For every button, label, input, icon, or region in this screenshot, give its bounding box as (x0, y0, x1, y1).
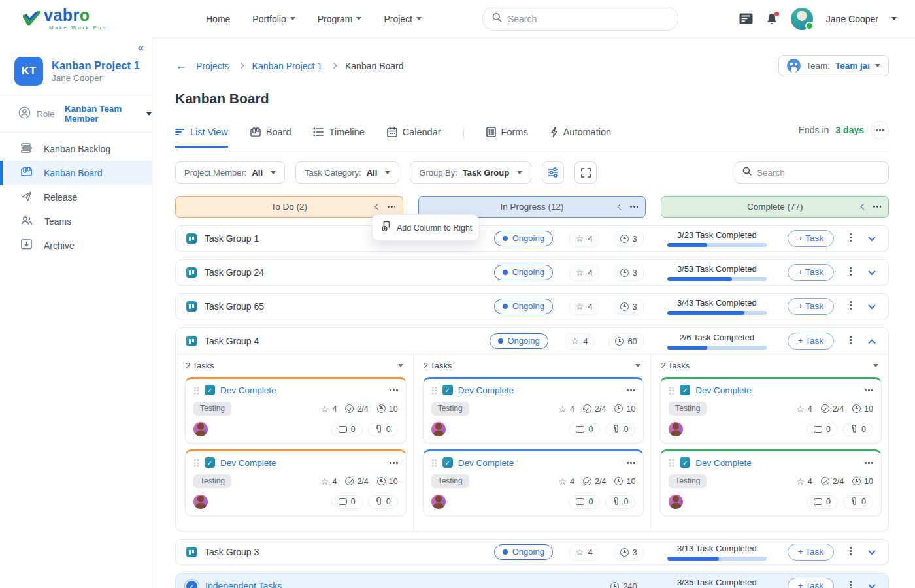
assignee-avatar[interactable] (669, 495, 683, 509)
drag-handle-icon[interactable] (431, 459, 437, 467)
board-search-input[interactable] (757, 168, 881, 178)
comments-pill[interactable]: 0 (569, 423, 600, 436)
tab-board[interactable]: Board (250, 127, 291, 148)
tab-calendar[interactable]: Calendar (387, 127, 441, 148)
sidebar-item-teams[interactable]: Teams (0, 209, 152, 233)
expand-chevron[interactable] (866, 304, 878, 309)
drag-handle-icon[interactable] (431, 386, 437, 395)
assignee-avatar[interactable] (669, 422, 683, 436)
status-badge[interactable]: Ongoing (494, 231, 553, 246)
user-avatar[interactable] (791, 8, 813, 30)
nav-program[interactable]: Program (318, 14, 362, 24)
nav-home[interactable]: Home (206, 14, 230, 24)
row-menu-button[interactable] (850, 267, 852, 278)
brand-logo[interactable]: vabro Make Work Fun (23, 7, 160, 31)
task-card[interactable]: Dev Complete Testing ☆42/410 00 (423, 377, 644, 444)
sidebar-item-kanban-backlog[interactable]: Kanban Backlog (0, 137, 152, 161)
card-menu-icon[interactable] (389, 462, 398, 464)
board-search[interactable] (735, 161, 889, 184)
back-arrow-icon[interactable]: ← (175, 59, 187, 73)
filter-task-category[interactable]: Task Category:All (295, 161, 399, 184)
task-title[interactable]: Dev Complete (220, 385, 276, 395)
task-card[interactable]: Dev Complete Testing ☆42/410 00 (185, 449, 407, 516)
tab-list-view[interactable]: List View (175, 127, 228, 148)
status-badge[interactable]: Ongoing (494, 265, 553, 280)
add-task-button[interactable]: + Task (788, 578, 834, 588)
drag-handle-icon[interactable] (669, 459, 674, 467)
attachments-pill[interactable]: 0 (843, 423, 873, 436)
row-menu-button[interactable] (850, 301, 852, 312)
collapse-chevron[interactable] (866, 338, 878, 344)
row-menu-button[interactable] (850, 580, 852, 588)
tab-automation[interactable]: Automation (550, 127, 611, 148)
assignee-avatar[interactable] (431, 422, 446, 436)
chevron-down-icon[interactable] (635, 364, 640, 367)
chevron-left-icon[interactable] (618, 204, 624, 210)
task-card[interactable]: Dev Complete Testing ☆42/410 00 (185, 377, 407, 444)
task-group-row[interactable]: Task Group 65 Ongoing ☆4 3 3/43 Task Com… (175, 293, 889, 319)
status-badge[interactable]: Ongoing (490, 333, 548, 349)
settings-sliders-button[interactable] (542, 161, 564, 184)
attachments-pill[interactable]: 0 (843, 495, 873, 509)
user-menu-caret[interactable] (891, 17, 897, 20)
independent-tasks-row[interactable]: Independent Tasks ☆ 240 3/35 Task Comple… (175, 573, 889, 588)
add-task-button[interactable]: + Task (788, 333, 834, 350)
assignee-avatar[interactable] (431, 495, 446, 509)
task-card[interactable]: Dev Complete Testing ☆42/410 00 (660, 377, 882, 444)
tab-timeline[interactable]: Timeline (313, 127, 364, 148)
assignee-avatar[interactable] (193, 422, 208, 436)
team-selector[interactable]: Team: Team jai (778, 55, 889, 76)
comments-pill[interactable]: 0 (331, 495, 363, 509)
status-badge[interactable]: Ongoing (494, 544, 553, 560)
sidebar-item-kanban-board[interactable]: Kanban Board (0, 161, 152, 185)
ellipsis-icon[interactable] (387, 206, 395, 208)
status-badge[interactable]: Ongoing (494, 299, 553, 314)
breadcrumb-project[interactable]: Kanban Project 1 (252, 61, 322, 71)
column-header-todo[interactable]: To Do (2) (175, 196, 403, 218)
activity-list-icon[interactable] (739, 13, 753, 24)
card-menu-icon[interactable] (864, 389, 873, 391)
drag-handle-icon[interactable] (669, 386, 674, 395)
attachments-pill[interactable]: 0 (368, 423, 398, 436)
attachments-pill[interactable]: 0 (605, 495, 635, 509)
comments-pill[interactable]: 0 (569, 495, 600, 509)
task-group-row[interactable]: Task Group 3 Ongoing ☆4 3 3/13 Task Comp… (175, 539, 889, 565)
tab-forms[interactable]: Forms (486, 127, 528, 148)
row-menu-button[interactable] (850, 335, 852, 347)
task-title[interactable]: Dev Complete (458, 458, 514, 468)
expand-chevron[interactable] (866, 270, 878, 275)
notifications-bell-icon[interactable] (766, 12, 778, 25)
attachments-pill[interactable]: 0 (368, 495, 398, 509)
expand-chevron[interactable] (866, 236, 878, 241)
expand-chevron[interactable] (866, 549, 878, 555)
task-group-row[interactable]: Task Group 1 Ongoing ☆4 3 3/23 Task Comp… (175, 225, 889, 252)
task-card[interactable]: Dev Complete Testing ☆42/410 00 (660, 449, 882, 516)
global-search-input[interactable] (508, 14, 669, 24)
task-title[interactable]: Dev Complete (695, 385, 752, 395)
chevron-left-icon[interactable] (374, 204, 381, 210)
attachments-pill[interactable]: 0 (605, 423, 635, 436)
add-task-button[interactable]: + Task (788, 264, 834, 281)
comments-pill[interactable]: 0 (331, 423, 363, 436)
comments-pill[interactable]: 0 (807, 495, 838, 509)
ellipsis-icon[interactable] (629, 206, 638, 208)
breadcrumb-projects[interactable]: Projects (196, 61, 229, 71)
comments-pill[interactable]: 0 (807, 423, 838, 436)
row-menu-button[interactable] (850, 546, 852, 558)
chevron-down-icon[interactable] (873, 364, 878, 367)
sidebar-item-archive[interactable]: Archive (0, 233, 152, 257)
global-search[interactable] (482, 7, 678, 31)
assignee-avatar[interactable] (193, 495, 208, 509)
add-task-button[interactable]: + Task (788, 544, 834, 561)
task-title[interactable]: Dev Complete (695, 458, 752, 468)
column-header-complete[interactable]: Complete (77) (661, 196, 889, 218)
sidebar-item-release[interactable]: Release (0, 185, 152, 209)
task-title[interactable]: Dev Complete (458, 385, 514, 395)
drag-handle-icon[interactable] (193, 386, 199, 395)
chevron-down-icon[interactable] (398, 364, 403, 367)
task-card[interactable]: Dev Complete Testing ☆42/410 00 (423, 449, 644, 516)
add-column-popup[interactable]: Add Column to Right (372, 214, 479, 241)
expand-chevron[interactable] (866, 583, 878, 588)
chevron-left-icon[interactable] (861, 204, 867, 210)
card-menu-icon[interactable] (389, 389, 398, 391)
